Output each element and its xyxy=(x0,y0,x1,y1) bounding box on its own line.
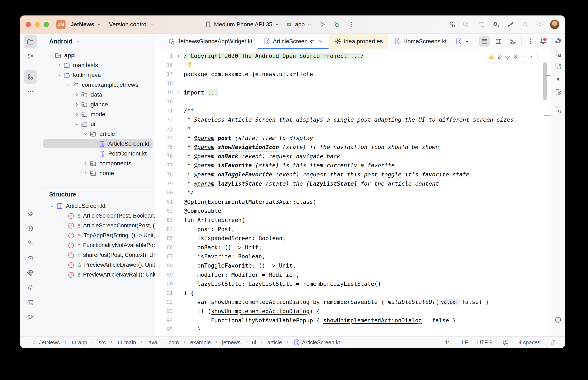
structure-file-row[interactable]: ArticleScreen.kt xyxy=(41,201,155,211)
version-control-branch-button[interactable] xyxy=(24,311,37,324)
code-line[interactable]: 87 isFavorite: Boolean, xyxy=(155,252,551,261)
tree-item-components[interactable]: components xyxy=(41,158,155,168)
project-menu[interactable]: JetNews xyxy=(68,21,104,28)
code-line[interactable]: 85 isExpandedScreen: Boolean, xyxy=(155,234,551,243)
tab-HomeScreens.kt[interactable]: HomeScreens.kt xyxy=(388,34,452,49)
close-window-button[interactable] xyxy=(25,22,31,27)
editor-options-button[interactable] xyxy=(525,36,536,47)
breadcrumb-src[interactable]: src xyxy=(99,339,106,346)
tree-item-ArticleScreen.kt[interactable]: ArticleScreen.kt xyxy=(41,139,155,149)
tree-item-PostContent.kt[interactable]: PostContent.kt xyxy=(41,149,155,158)
build-hammer-button[interactable] xyxy=(447,20,457,29)
breadcrumb-jetnews[interactable]: jetnews xyxy=(222,339,241,346)
code-line[interactable]: 89 modifier: Modifier = Modifier, xyxy=(155,270,551,279)
terminal-button[interactable] xyxy=(24,296,37,309)
code-line[interactable]: 71/** xyxy=(155,106,551,115)
split-view-button[interactable] xyxy=(493,36,504,47)
inspections-widget[interactable]: 2 3 xyxy=(484,51,538,62)
code-line[interactable]: 81@OptIn(ExperimentalMaterial3Api::class… xyxy=(155,197,551,207)
gemini-sparkle-button[interactable] xyxy=(553,74,564,85)
minimize-window-button[interactable] xyxy=(35,22,40,27)
breadcrumb-com[interactable]: com xyxy=(169,339,179,346)
code-text[interactable]: isExpandedScreen: Boolean, xyxy=(184,235,551,241)
code-line[interactable]: 86 onBack: () -> Unit, xyxy=(155,243,551,252)
tree-chevron-icon[interactable] xyxy=(73,111,81,118)
code-line[interactable]: 77 * @param isFavorite (state) is this i… xyxy=(155,161,551,170)
code-line[interactable]: 19import ... xyxy=(155,88,551,97)
tree-item-home[interactable]: home xyxy=(41,168,155,178)
code-text[interactable]: modifier: Modifier = Modifier, xyxy=(184,271,551,278)
code-text[interactable]: var showUnimplementedActionDialog by rem… xyxy=(184,299,551,305)
structure-item-ArticleScreen[interactable]: fArticleScreen(Post, Boolean, xyxy=(41,211,155,221)
tree-item-ui[interactable]: ui xyxy=(41,119,155,129)
next-problem-icon[interactable] xyxy=(528,54,534,59)
code-text[interactable]: onToggleFavorite: () -> Unit, xyxy=(184,262,551,269)
tree-item-kotlin+java[interactable]: kotlin+java xyxy=(41,70,155,80)
code-text[interactable]: * @param lazyListState (state) the [Lazy… xyxy=(184,180,551,187)
code-text[interactable]: * @param post (state) item to display xyxy=(184,135,551,141)
code-line[interactable]: 92 var showUnimplementedActionDialog by … xyxy=(155,297,551,307)
code-text[interactable]: lazyListState: LazyListState = rememberL… xyxy=(184,281,551,287)
layout-inspector-button[interactable] xyxy=(553,104,564,115)
gradle-elephant-button[interactable] xyxy=(553,36,564,46)
close-tab-icon[interactable] xyxy=(317,38,323,44)
more-tools-button[interactable] xyxy=(24,85,37,98)
code-text[interactable]: @Composable xyxy=(184,208,551,214)
code-line[interactable]: 91) { xyxy=(155,288,551,297)
code-line[interactable]: 17package com.example.jetnews.ui.article xyxy=(155,70,551,79)
code-text[interactable]: * @param showNavigationIcon (state) if t… xyxy=(184,144,551,150)
code-text[interactable]: package com.example.jetnews.ui.article xyxy=(184,71,551,77)
structure-item-TopAppBar[interactable]: fTopAppBar(String, () -> Unit, xyxy=(41,230,155,240)
structure-item-FunctionalityNotAvailablePop[interactable]: fFunctionalityNotAvailablePop xyxy=(41,240,155,250)
debug-button[interactable] xyxy=(332,20,342,29)
code-editor[interactable]: 1/ Copyright 2020 The Android Open Sourc… xyxy=(155,49,551,336)
tree-item-com.example.jetnews[interactable]: com.example.jetnews xyxy=(41,80,155,90)
tree-chevron-icon[interactable] xyxy=(73,91,81,98)
breadcrumb-article[interactable]: article xyxy=(267,339,282,346)
tree-chevron-icon[interactable] xyxy=(82,130,89,138)
fold-marker-icon[interactable] xyxy=(173,90,184,95)
more-run-options-button[interactable] xyxy=(347,20,356,29)
app-inspection-gem-button[interactable] xyxy=(24,266,37,280)
fold-marker-icon[interactable] xyxy=(173,54,184,58)
indent-style[interactable]: 4 spaces xyxy=(519,339,540,346)
breadcrumb-ArticleScreen.kt[interactable]: ArticleScreen.kt xyxy=(293,339,340,346)
code-line[interactable]: 18 xyxy=(155,79,551,88)
tree-chevron-icon[interactable] xyxy=(47,52,54,59)
code-line[interactable]: 94 FunctionalityNotAvailablePopup { show… xyxy=(155,316,551,325)
settings-gear-button[interactable] xyxy=(535,20,545,29)
project-folder-button[interactable] xyxy=(24,35,37,49)
breadcrumb-ui[interactable]: ui xyxy=(252,339,256,346)
line-separator[interactable]: LF xyxy=(462,339,468,346)
tree-chevron-icon[interactable] xyxy=(56,71,63,79)
warning-stripe[interactable] xyxy=(544,115,550,116)
code-line[interactable]: 95 } xyxy=(155,325,551,334)
tree-chevron-icon[interactable] xyxy=(64,81,72,89)
breadcrumb-app[interactable]: app xyxy=(71,339,87,346)
code-line[interactable]: 80 */ xyxy=(155,188,551,197)
tree-item-article[interactable]: article xyxy=(41,129,155,139)
structure-squares-button[interactable] xyxy=(24,70,37,84)
code-line[interactable]: 70 xyxy=(155,97,551,106)
code-text[interactable]: * @param onBack (event) request navigate… xyxy=(184,153,551,159)
code-text[interactable]: * Stateless Article Screen that displays… xyxy=(184,116,551,123)
file-encoding[interactable]: UTF-8 xyxy=(477,339,493,346)
code-line[interactable]: 72 * Stateless Article Screen that displ… xyxy=(155,115,551,124)
warning-stripe[interactable] xyxy=(544,75,550,76)
services-hexagon-button[interactable] xyxy=(24,222,37,235)
tree-item-model[interactable]: model xyxy=(41,109,155,119)
device-mirroring-button[interactable] xyxy=(553,87,564,97)
structure-item-PreviewArticleNavRail[interactable]: fPreviewArticleNavRail(): Unit xyxy=(41,270,155,280)
tab-ArticleScreen.kt[interactable]: ArticleScreen.kt xyxy=(258,34,328,49)
tree-item-app[interactable]: app xyxy=(41,50,155,60)
task-list-button[interactable] xyxy=(477,20,486,29)
code-text[interactable]: * @param onToggleFavorite (event) reques… xyxy=(184,171,551,178)
caret-position[interactable]: 1:1 xyxy=(445,339,452,346)
code-text[interactable]: if (showUnimplementedActionDialog) { xyxy=(184,308,551,314)
tree-chevron-icon[interactable] xyxy=(82,160,89,167)
app-quality-insights-button[interactable] xyxy=(24,207,37,220)
tree-chevron-icon[interactable] xyxy=(82,170,89,177)
structure-item-ArticleScreenContent[interactable]: fArticleScreenContent(Post, () xyxy=(41,221,155,230)
tree-chevron-icon[interactable] xyxy=(73,120,81,128)
code-line[interactable]: 93 if (showUnimplementedActionDialog) { xyxy=(155,307,551,316)
